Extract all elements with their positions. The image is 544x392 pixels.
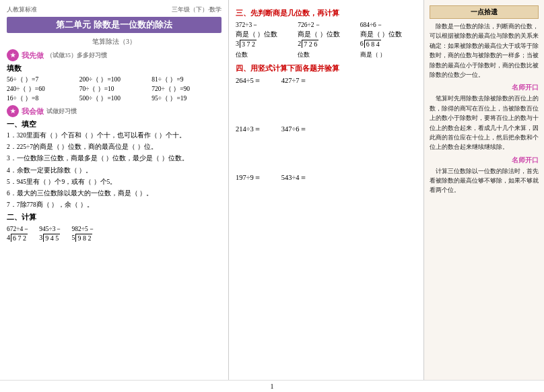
p4-1-2: 427÷7＝ bbox=[281, 76, 307, 86]
calc-3-longdiv: 5 9 8 2 bbox=[71, 234, 92, 242]
left-panel: 人教算标准 三年级（下）·数学 第二单元 除数是一位数的除法 笔算除法（3） ★… bbox=[0, 0, 229, 380]
calc-1-expr: 672÷4－ bbox=[7, 225, 30, 234]
calc-2-expr: 945÷3－ bbox=[39, 225, 62, 234]
ex-2-1: 240÷（ ）=60 bbox=[7, 85, 77, 94]
p4-1-1: 264÷5＝ bbox=[236, 76, 261, 86]
part1-label: 一、填空 bbox=[7, 120, 222, 129]
mid-prob-1: 372÷3－ 商是（ ）位数 3 3 7 2 bbox=[236, 21, 292, 48]
preview-icon: ★ bbox=[7, 49, 19, 61]
calc-3-expr: 982÷5－ bbox=[71, 225, 94, 234]
part4-title: 四、用竖式计算下面各题并验算 bbox=[236, 63, 417, 73]
page-number: 1 bbox=[0, 380, 544, 392]
part2-label: 二、计算 bbox=[7, 213, 222, 222]
right-panel: 一点拾遗 除数是一位数的除法，判断商的位数，可以根据被除数的最高位与除数的关系来… bbox=[424, 0, 544, 380]
calc-2: 945÷3－ 3 9 4 5 bbox=[39, 225, 62, 242]
part3-title: 三、先判断商是几位数，再计算 bbox=[236, 8, 417, 18]
position-labels: 位数 位数 商是（ ） bbox=[236, 51, 417, 59]
p4-3-1: 197÷9＝ bbox=[236, 173, 261, 183]
calc-1: 672÷4－ 4 6 7 2 bbox=[7, 225, 30, 242]
middle-panel: 三、先判断商是几位数，再计算 372÷3－ 商是（ ）位数 3 3 7 2 72… bbox=[229, 0, 424, 380]
lesson-subtitle: 笔算除法（3） bbox=[7, 37, 222, 46]
mid-ld-2: 2 7 2 6 bbox=[298, 40, 318, 48]
fill-item-7: 7．7除778商（ ），余（ ）。 bbox=[7, 200, 222, 210]
fill-label: 填数 bbox=[7, 64, 222, 73]
mid-ld-3: 6 6 8 4 bbox=[360, 40, 381, 48]
right-text-3: 计算三位数除以一位数的除法时，首先看被除数的最高位够不够除，如果不够就看两个位。 bbox=[430, 166, 539, 195]
exercise-grid-1: 56÷（ ）=7 200÷（ ）=100 81÷（ ）=9 240÷（ ）=60… bbox=[7, 75, 222, 103]
page: 人教算标准 三年级（下）·数学 第二单元 除数是一位数的除法 笔算除法（3） ★… bbox=[0, 0, 544, 392]
part4-row2: 214÷3＝ 347÷6＝ bbox=[236, 125, 417, 134]
ex-1-3: 81÷（ ）=9 bbox=[151, 75, 222, 84]
ex-1-2: 200÷（ ）=100 bbox=[79, 75, 149, 84]
mid-prob-2: 726÷2－ 商是（ ）位数 2 7 2 6 bbox=[298, 21, 354, 48]
fill-item-6: 6．最大的三位数除以最大的一位数，商是（ ）。 bbox=[7, 189, 222, 199]
mid-prob-3: 684÷6－ 商是（ ）位数 6 6 8 4 bbox=[360, 21, 417, 48]
ex-2-2: 70÷（ ）=10 bbox=[79, 85, 149, 94]
part4-row1-space bbox=[236, 88, 417, 122]
page-num-value: 1 bbox=[271, 383, 274, 390]
ex-3-1: 16÷（ ）=8 bbox=[7, 94, 77, 103]
ex-1-1: 56÷（ ）=7 bbox=[7, 75, 77, 84]
part3-problem-row: 372÷3－ 商是（ ）位数 3 3 7 2 726÷2－ 商是（ ）位数 2 … bbox=[236, 21, 417, 48]
right-panel-title: 一点拾遗 bbox=[430, 5, 539, 19]
right-sub-2: 名师开口 bbox=[430, 156, 539, 165]
fill-item-2: 2．225÷7的商是（ ）位数，商的最高位是（ ）位。 bbox=[7, 142, 222, 152]
calc-3: 982÷5－ 5 9 8 2 bbox=[71, 225, 94, 242]
fill-item-5: 5．945里有（ ）个9，或有（ ）个5。 bbox=[7, 177, 222, 187]
preview-sub: （试做35）多多好习惯 bbox=[46, 51, 107, 60]
calc-1-longdiv: 4 6 7 2 bbox=[7, 234, 28, 242]
fill-item-1: 1．320里面有（ ）个百和（ ）个十，也可以看作（ ）个十。 bbox=[7, 131, 222, 141]
p4-2-1: 214÷3＝ bbox=[236, 125, 261, 134]
p4-3-2: 543÷4＝ bbox=[281, 173, 307, 183]
main-content: 人教算标准 三年级（下）·数学 第二单元 除数是一位数的除法 笔算除法（3） ★… bbox=[0, 0, 544, 380]
fill-item-3: 3．一位数除三位数，商最多是（ ）位数，最少是（ ）位数。 bbox=[7, 154, 222, 164]
review-label: ★ 我会做 试做好习惯 bbox=[7, 105, 222, 117]
grade-label: 三年级（下）·数学 bbox=[172, 5, 222, 14]
right-text-1: 除数是一位数的除法，判断商的位数，可以根据被除数的最高位与除数的关系来确定：如果… bbox=[430, 22, 539, 79]
calc-row: 672÷4－ 4 6 7 2 945÷3－ 3 9 4 5 982÷5－ bbox=[7, 225, 222, 242]
review-icon: ★ bbox=[7, 105, 19, 117]
part4-row2-space bbox=[236, 137, 417, 170]
left-header: 人教算标准 三年级（下）·数学 bbox=[7, 5, 222, 14]
ex-3-3: 95÷（ ）=19 bbox=[151, 94, 222, 103]
right-sub-1: 名师开口 bbox=[430, 84, 539, 92]
preview-label: ★ 我先做 （试做35）多多好习惯 bbox=[7, 49, 222, 61]
part4-row1: 264÷5＝ 427÷7＝ bbox=[236, 76, 417, 86]
unit-title: 第二单元 除数是一位数的除法 bbox=[7, 17, 222, 33]
right-text-2: 笔算时先用除数去除被除数的百位上的数，除得的商写在百位上，当被除数百位上的数小于… bbox=[430, 94, 539, 152]
review-sub: 试做好习惯 bbox=[46, 107, 77, 116]
publisher-label: 人教算标准 bbox=[7, 5, 37, 14]
mid-ld-1: 3 3 7 2 bbox=[236, 40, 257, 48]
ex-3-2: 500÷（ ）=100 bbox=[79, 94, 149, 103]
p4-2-2: 347÷6＝ bbox=[281, 125, 307, 134]
part4-row3: 197÷9＝ 543÷4＝ bbox=[236, 173, 417, 183]
calc-2-longdiv: 3 9 4 5 bbox=[39, 234, 60, 242]
fill-item-4: 4．余数一定要比除数（ ）。 bbox=[7, 166, 222, 176]
ex-2-3: 720÷（ ）=90 bbox=[151, 85, 222, 94]
